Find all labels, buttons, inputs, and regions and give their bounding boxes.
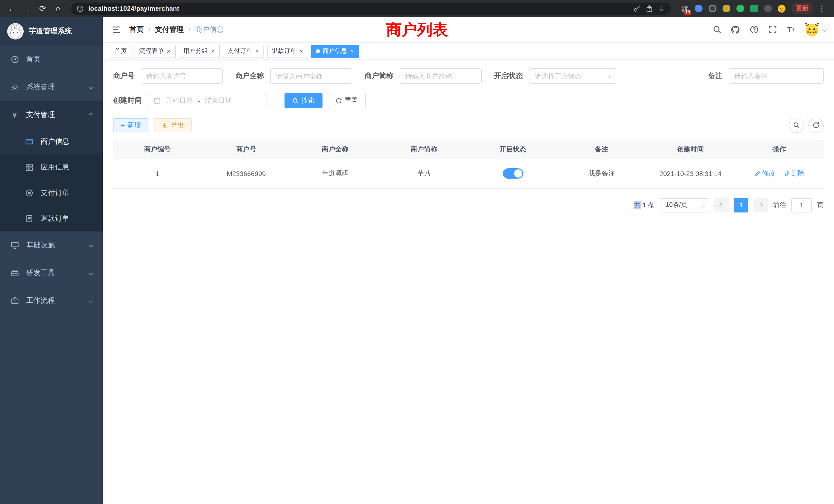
- dashboard-icon: [10, 55, 19, 64]
- extension-icon-3[interactable]: [708, 4, 717, 13]
- filter-row-1: 商户号 商户全称 商户简称 开启状态: [113, 68, 824, 84]
- close-icon[interactable]: ×: [211, 48, 215, 54]
- tab-refund-orders[interactable]: 退款订单 ×: [267, 44, 308, 58]
- sidebar-item-pay-orders[interactable]: 支付订单: [0, 180, 103, 206]
- page-content: 商户号 商户全称 商户简称 开启状态: [103, 60, 834, 504]
- tab-merchant-info[interactable]: 商户信息 ×: [311, 44, 359, 58]
- field-label: 创建时间: [113, 96, 142, 105]
- refresh-icon[interactable]: [808, 117, 824, 133]
- browser-forward-button[interactable]: →: [21, 2, 34, 15]
- cell-create-time: 2021-10-23 08:31:14: [646, 159, 735, 188]
- browser-menu-icon[interactable]: ⋮: [815, 4, 829, 13]
- font-size-icon[interactable]: TT: [786, 24, 796, 35]
- search-icon[interactable]: [712, 24, 722, 35]
- next-page-button[interactable]: [753, 198, 768, 212]
- address-bar[interactable]: localhost:1024/pay/merchant ☆: [71, 2, 671, 15]
- export-button[interactable]: 导出: [154, 118, 192, 132]
- status-toggle[interactable]: [503, 168, 523, 179]
- breadcrumb-separator: /: [148, 25, 151, 33]
- chevron-down-icon: [89, 243, 93, 248]
- browser-home-button[interactable]: ⌂: [51, 2, 65, 15]
- remark-input[interactable]: [729, 68, 824, 84]
- briefcase-icon: [10, 296, 19, 305]
- sidebar-item-dev-tools[interactable]: 研发工具: [0, 259, 103, 287]
- calendar-icon: [154, 97, 161, 104]
- edit-link[interactable]: 修改: [754, 169, 775, 178]
- filter-merchant-name: 商户全称: [235, 68, 352, 84]
- merchant-name-input[interactable]: [270, 68, 352, 84]
- sidebar-item-merchant-info[interactable]: 商户信息: [0, 129, 103, 155]
- sidebar-item-label: 支付管理: [26, 110, 82, 120]
- sidebar-item-app-info[interactable]: 应用信息: [0, 155, 103, 180]
- date-range-picker[interactable]: 开始日期 - 结束日期: [148, 93, 267, 108]
- sidebar-item-label: 工作流程: [26, 296, 82, 305]
- extension-icon-2[interactable]: [694, 4, 703, 13]
- close-icon[interactable]: ×: [167, 48, 171, 54]
- tab-home[interactable]: 首页: [110, 44, 131, 58]
- breadcrumb-payment[interactable]: 支付管理: [155, 25, 184, 34]
- field-label: 开启状态: [494, 71, 523, 81]
- sidebar-item-payment[interactable]: ¥ 支付管理: [0, 101, 103, 129]
- sidebar-item-home[interactable]: 首页: [0, 46, 103, 73]
- merchant-no-input[interactable]: [141, 68, 223, 84]
- cell-merchant-id: 1: [113, 159, 202, 188]
- browser-toolbar: ← → ⟳ ⌂ localhost:1024/pay/merchant ☆ 10: [0, 0, 834, 17]
- column-header: 商户简称: [379, 140, 468, 159]
- extension-icon-7[interactable]: [763, 4, 772, 13]
- hamburger-icon[interactable]: [111, 24, 122, 35]
- date-separator: -: [198, 97, 200, 105]
- total-text: 共 1 条: [634, 201, 655, 210]
- close-icon[interactable]: ×: [299, 48, 304, 54]
- sidebar-item-workflow[interactable]: 工作流程: [0, 287, 103, 315]
- close-icon[interactable]: ×: [255, 48, 259, 54]
- extension-icon-1[interactable]: 10: [680, 4, 689, 13]
- browser-refresh-button[interactable]: ⟳: [36, 2, 49, 15]
- sidebar-logo[interactable]: 芋道管理系统: [0, 17, 103, 46]
- cell-status: [468, 159, 557, 188]
- site-info-icon[interactable]: [76, 4, 84, 13]
- tab-user-group[interactable]: 用户分组 ×: [179, 44, 220, 58]
- page-size-value[interactable]: [660, 198, 709, 212]
- card-icon: [25, 137, 34, 146]
- profile-avatar-icon[interactable]: [777, 4, 786, 13]
- plus-icon: +: [121, 122, 125, 129]
- share-icon[interactable]: [645, 4, 653, 13]
- logo-avatar: [7, 23, 24, 40]
- close-icon[interactable]: ×: [350, 48, 354, 54]
- add-button[interactable]: + 新增: [113, 118, 148, 132]
- extension-icon-5[interactable]: [736, 4, 745, 13]
- page-suffix: 页: [817, 201, 824, 210]
- breadcrumb-home[interactable]: 首页: [129, 25, 144, 34]
- browser-update-button[interactable]: 更新: [791, 3, 813, 14]
- status-select[interactable]: [529, 68, 616, 84]
- merchant-table: 商户编号 商户号 商户全称 商户简称 开启状态 备注 创建时间 操作 1: [113, 140, 824, 189]
- goto-page-input[interactable]: [791, 198, 812, 212]
- table-toolbar: + 新增 导出: [113, 117, 824, 133]
- reset-button[interactable]: 重置: [328, 93, 366, 108]
- sidebar-item-refund-orders[interactable]: 退款订单: [0, 206, 103, 231]
- tab-pay-orders[interactable]: 支付订单 ×: [223, 44, 264, 58]
- page-size-select[interactable]: [660, 198, 709, 212]
- target-icon: [25, 189, 34, 197]
- user-menu[interactable]: [804, 22, 826, 37]
- browser-back-button[interactable]: ←: [5, 2, 19, 15]
- toggle-search-icon[interactable]: [789, 117, 804, 133]
- search-button[interactable]: 搜索: [285, 93, 323, 108]
- sidebar-item-infrastructure[interactable]: 基础设施: [0, 231, 103, 259]
- short-name-input[interactable]: [399, 68, 482, 84]
- tab-process-form[interactable]: 流程表单 ×: [135, 44, 176, 58]
- url-text: localhost:1024/pay/merchant: [88, 5, 629, 12]
- sidebar: 芋道管理系统 首页 系统管理 ¥ 支付管理: [0, 17, 103, 504]
- extension-icon-6[interactable]: [749, 4, 759, 13]
- help-icon[interactable]: [749, 24, 759, 35]
- sidebar-item-system[interactable]: 系统管理: [0, 73, 103, 101]
- fullscreen-icon[interactable]: [767, 24, 777, 35]
- github-icon[interactable]: [730, 24, 741, 35]
- prev-page-button[interactable]: [714, 198, 729, 212]
- passwords-key-icon[interactable]: [633, 4, 641, 13]
- column-header: 商户号: [202, 140, 291, 159]
- extension-icon-4[interactable]: [722, 4, 731, 13]
- delete-link[interactable]: 删除: [784, 169, 805, 178]
- page-button-1[interactable]: 1: [734, 198, 748, 212]
- bookmark-star-icon[interactable]: ☆: [657, 4, 665, 13]
